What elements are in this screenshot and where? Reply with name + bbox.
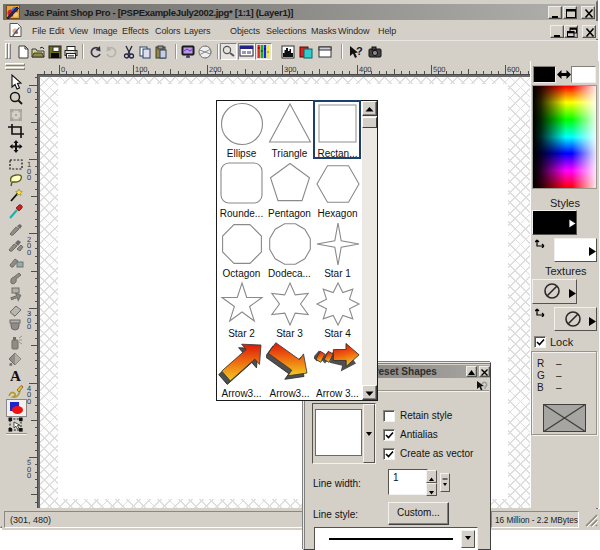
svg-text:200: 200: [209, 65, 222, 74]
svg-text:0: 0: [61, 65, 65, 74]
svg-text:600: 600: [507, 65, 520, 74]
svg-text:0: 0: [27, 471, 31, 480]
svg-text:400: 400: [359, 65, 372, 74]
svg-text:300: 300: [284, 65, 297, 74]
svg-text:0: 0: [27, 86, 31, 95]
svg-text:0: 0: [27, 173, 31, 182]
svg-text:?: ?: [356, 45, 363, 57]
svg-text:0: 0: [27, 397, 31, 406]
svg-text:0: 0: [27, 248, 31, 257]
svg-text:500: 500: [433, 65, 446, 74]
svg-text:A: A: [10, 368, 21, 383]
svg-text:100: 100: [135, 65, 148, 74]
svg-text:0: 0: [27, 322, 31, 331]
